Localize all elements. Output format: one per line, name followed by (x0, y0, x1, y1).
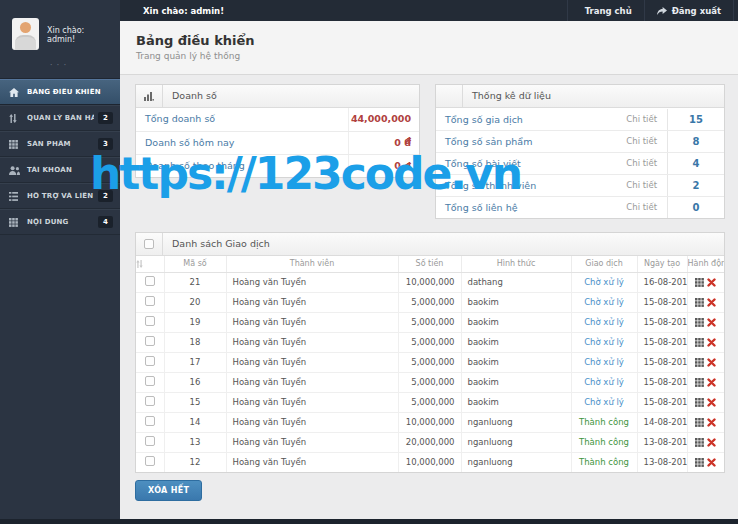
stats-row-value: 0 (667, 197, 724, 218)
cell-id: 12 (164, 452, 226, 472)
cell-status: Thành công (571, 452, 637, 472)
delete-action-icon[interactable] (707, 398, 716, 407)
cell-actions (687, 412, 724, 432)
sidebar-item[interactable]: HỖ TRỢ VÀ LIÊN HỆ2 (0, 183, 120, 209)
sidebar-item[interactable]: QUẢN LÝ BÁN HÀNG2 (0, 105, 120, 131)
topbar: Xin chào: admin! Trang chủ Đăng xuất (120, 0, 738, 21)
stats-row-label: Tổng số liên hệ (436, 197, 626, 218)
list-icon (9, 192, 24, 201)
view-action-icon[interactable] (695, 358, 704, 367)
revenue-row: Tổng doanh số44,000,000 đ (136, 108, 419, 131)
logout-link-label: Đăng xuất (672, 6, 721, 16)
delete-action-icon[interactable] (707, 438, 716, 447)
detail-link[interactable]: Chi tiết (626, 153, 667, 174)
sort-column-header (136, 256, 164, 272)
row-checkbox[interactable] (145, 316, 155, 326)
cell-member: Hoàng văn Tuyển (226, 332, 398, 352)
sidebar-item[interactable]: TÀI KHOẢN (0, 157, 120, 183)
cell-member: Hoàng văn Tuyển (226, 312, 398, 332)
view-action-icon[interactable] (695, 338, 704, 347)
avatar (12, 18, 39, 50)
revenue-row-value: 44,000,000 đ (348, 108, 419, 131)
row-checkbox[interactable] (145, 396, 155, 406)
row-checkbox[interactable] (145, 456, 155, 466)
delete-action-icon[interactable] (707, 338, 716, 347)
view-action-icon[interactable] (695, 378, 704, 387)
cell-method: nganluong (461, 452, 571, 472)
sidebar: Xin chào: admin! ··· BẢNG ĐIỀU KHIỂNQUẢN… (0, 0, 120, 519)
detail-link[interactable]: Chi tiết (626, 109, 667, 130)
delete-action-icon[interactable] (707, 378, 716, 387)
cell-status: Chờ xử lý (571, 372, 637, 392)
cell-amount: 5,000,000 (398, 392, 461, 412)
cell-method: dathang (461, 272, 571, 292)
page-header: Bảng điều khiển Trang quản lý hệ thống (120, 21, 738, 75)
view-action-icon[interactable] (695, 438, 704, 447)
cell-date: 16-08-2014 (637, 272, 687, 292)
main-content: Bảng điều khiển Trang quản lý hệ thống D… (120, 21, 738, 519)
view-action-icon[interactable] (695, 458, 704, 467)
cell-method: nganluong (461, 412, 571, 432)
cell-method: baokim (461, 372, 571, 392)
delete-action-icon[interactable] (707, 298, 716, 307)
cell-status: Chờ xử lý (571, 292, 637, 312)
delete-action-icon[interactable] (707, 418, 716, 427)
sidebar-item[interactable]: BẢNG ĐIỀU KHIỂN (0, 79, 120, 105)
transactions-panel: Danh sách Giao dịch Mã sốThành viênSố ti… (135, 232, 725, 473)
row-checkbox[interactable] (145, 336, 155, 346)
sidebar-item-label: BẢNG ĐIỀU KHIỂN (24, 88, 113, 96)
row-checkbox[interactable] (145, 376, 155, 386)
select-all-cell (136, 233, 163, 255)
delete-action-icon[interactable] (707, 318, 716, 327)
cell-member: Hoàng văn Tuyển (226, 452, 398, 472)
select-all-checkbox[interactable] (144, 239, 154, 249)
cell-status: Thành công (571, 432, 637, 452)
avatar-head (20, 22, 31, 33)
stats-panel-header: Thống kê dữ liệu (436, 85, 724, 108)
home-icon (9, 88, 24, 97)
table-row: 21Hoàng văn Tuyển10,000,000dathangChờ xử… (136, 272, 724, 292)
detail-link[interactable]: Chi tiết (626, 197, 667, 218)
view-action-icon[interactable] (695, 418, 704, 427)
users-icon (436, 85, 463, 107)
stats-row-value: 4 (667, 153, 724, 174)
delete-action-icon[interactable] (707, 458, 716, 467)
column-header: Mã số (164, 256, 226, 272)
row-checkbox[interactable] (145, 296, 155, 306)
cell-date: 13-08-2014 (637, 432, 687, 452)
delete-action-icon[interactable] (707, 278, 716, 287)
revenue-panel: Doanh số Tổng doanh số44,000,000 đDoanh … (135, 84, 420, 178)
row-checkbox[interactable] (145, 276, 155, 286)
row-checkbox[interactable] (145, 436, 155, 446)
cell-amount: 5,000,000 (398, 332, 461, 352)
view-action-icon[interactable] (695, 278, 704, 287)
detail-link[interactable]: Chi tiết (626, 131, 667, 152)
cell-id: 16 (164, 372, 226, 392)
row-checkbox-cell (136, 452, 164, 472)
stats-row-label: Tổng số thành viên (436, 175, 626, 196)
stats-panel-title: Thống kê dữ liệu (463, 85, 560, 107)
transactions-table-body: 21Hoàng văn Tuyển10,000,000dathangChờ xử… (136, 272, 724, 472)
detail-link[interactable]: Chi tiết (626, 175, 667, 196)
cell-method: nganluong (461, 432, 571, 452)
cell-member: Hoàng văn Tuyển (226, 412, 398, 432)
cell-actions (687, 292, 724, 312)
view-action-icon[interactable] (695, 398, 704, 407)
sidebar-item-label: TÀI KHOẢN (24, 166, 113, 174)
transactions-title: Danh sách Giao dịch (163, 233, 279, 255)
column-header: Hình thức (461, 256, 571, 272)
stats-row: Tổng số gia dịchChi tiết15 (436, 108, 724, 130)
row-checkbox[interactable] (145, 416, 155, 426)
stats-row: Tổng số thành viênChi tiết2 (436, 174, 724, 196)
sidebar-item[interactable]: NỘI DUNG4 (0, 209, 120, 235)
delete-all-button[interactable]: XÓA HẾT (135, 480, 202, 501)
home-link[interactable]: Trang chủ (567, 0, 644, 21)
view-action-icon[interactable] (695, 298, 704, 307)
sidebar-item[interactable]: SẢN PHẨM3 (0, 131, 120, 157)
grid-icon (9, 140, 24, 149)
row-checkbox[interactable] (145, 356, 155, 366)
logout-link[interactable]: Đăng xuất (644, 0, 734, 21)
cell-status: Chờ xử lý (571, 312, 637, 332)
view-action-icon[interactable] (695, 318, 704, 327)
delete-action-icon[interactable] (707, 358, 716, 367)
